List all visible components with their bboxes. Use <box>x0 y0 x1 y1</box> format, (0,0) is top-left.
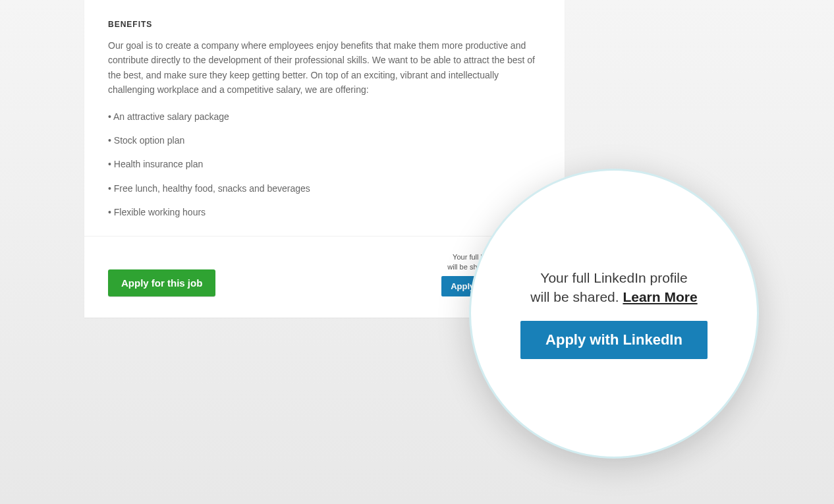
learn-more-link[interactable]: Learn More <box>623 289 697 304</box>
zoom-note-line2-prefix: will be shared. <box>530 289 623 304</box>
list-item: • Free lunch, healthy food, snacks and b… <box>108 181 541 196</box>
list-item: • Health insurance plan <box>108 157 541 171</box>
apply-with-linkedin-button[interactable]: Apply with LinkedIn <box>520 321 708 359</box>
benefits-list: • An attractive salary package • Stock o… <box>108 109 541 220</box>
benefits-heading: BENEFITS <box>108 20 541 29</box>
zoom-magnifier-overlay: Your full LinkedIn profile will be share… <box>469 169 759 459</box>
apply-button[interactable]: Apply for this job <box>108 269 215 296</box>
benefits-intro: Our goal is to create a company where em… <box>108 38 541 98</box>
list-item: • An attractive salary package <box>108 109 541 124</box>
zoom-note-line1: Your full LinkedIn profile <box>540 270 687 285</box>
list-item: • Stock option plan <box>108 133 541 148</box>
zoom-linkedin-note: Your full LinkedIn profile will be share… <box>530 268 697 307</box>
list-item: • Flexible working hours <box>108 205 541 219</box>
